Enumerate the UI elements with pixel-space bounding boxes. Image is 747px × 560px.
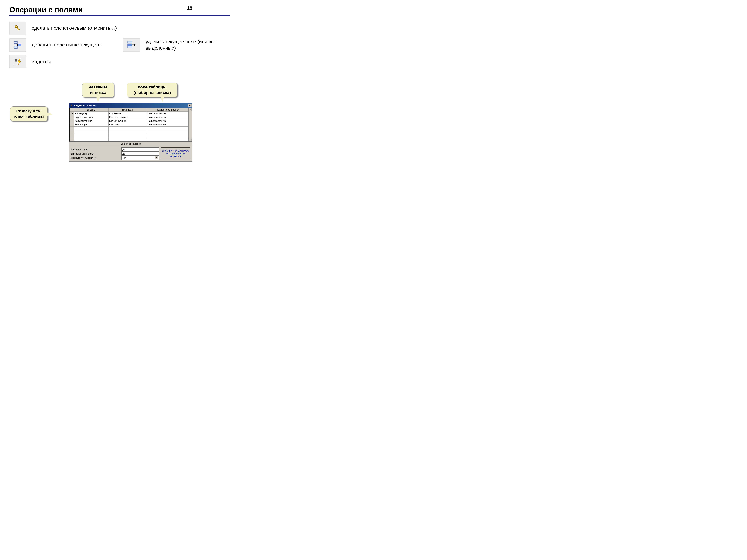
svg-marker-12 — [134, 44, 136, 46]
delete-row-icon[interactable] — [123, 38, 140, 52]
slide: 18 Операции с полями сделать поле ключев… — [0, 0, 239, 179]
cell-field[interactable]: КодЗаказа — [108, 112, 147, 115]
row-selector[interactable] — [70, 119, 74, 123]
property-value[interactable]: Да — [121, 152, 159, 156]
svg-rect-10 — [128, 46, 132, 48]
property-label: Ключевое поле — [71, 148, 120, 152]
op-delete-field: удалить текущее поле (или все выделенные… — [123, 38, 230, 52]
cell-order[interactable]: По возрастанию — [147, 115, 188, 119]
cell-field[interactable]: КодПоставщика — [108, 115, 147, 119]
table-row[interactable]: КодСотрудникаКодСотрудникаПо возрастанию — [70, 119, 188, 123]
op-make-key: сделать поле ключевым (отменить…) — [9, 22, 230, 35]
cell-index[interactable] — [74, 127, 108, 130]
op-indexes-label: индексы — [32, 59, 51, 65]
cell-index[interactable] — [74, 134, 108, 138]
op-add-field-label: добавить поле выше текущего — [32, 42, 101, 48]
col-field[interactable]: Имя поля — [108, 108, 147, 112]
cell-field[interactable] — [108, 134, 147, 138]
row-selector[interactable] — [70, 127, 74, 130]
cell-order[interactable] — [147, 134, 188, 138]
table-row[interactable]: КодПоставщикаКодПоставщикаПо возрастанию — [70, 115, 188, 119]
title-divider — [9, 16, 230, 16]
index-grid[interactable]: Индекс Имя поля Порядок сортировки Prima… — [70, 108, 192, 142]
svg-point-1 — [16, 26, 17, 27]
callout-index-name: название индекса — [82, 82, 114, 97]
row-selector[interactable] — [70, 130, 74, 134]
callout-primary-key: Primary Key: ключ таблицы — [10, 106, 48, 121]
svg-text:+: + — [17, 43, 19, 47]
cell-index[interactable]: КодПоставщика — [74, 115, 108, 119]
row-selector[interactable] — [70, 115, 74, 119]
properties-area: Ключевое полеУникальный индексПропуск пу… — [70, 146, 192, 161]
svg-marker-19 — [71, 104, 72, 106]
window-titlebar[interactable]: Индексы: Заказы ✕ — [70, 103, 192, 108]
cell-field[interactable] — [108, 130, 147, 134]
row-selector[interactable] — [70, 138, 74, 141]
cell-field[interactable] — [108, 127, 147, 130]
cell-index[interactable]: КодСотрудника — [74, 119, 108, 123]
cell-field[interactable] — [108, 138, 147, 141]
cell-index[interactable]: КодТовара — [74, 123, 108, 127]
cell-order[interactable]: По возрастанию — [147, 112, 188, 115]
page-number: 18 — [187, 5, 192, 11]
grid-header-row: Индекс Имя поля Порядок сортировки — [70, 108, 188, 112]
table-row[interactable] — [70, 127, 188, 130]
callout-table-field: поле таблицы (выбор из списка) — [127, 82, 177, 97]
cell-order[interactable] — [147, 138, 188, 141]
close-button[interactable]: ✕ — [188, 104, 191, 107]
col-index[interactable]: Индекс — [74, 108, 108, 112]
property-label: Уникальный индекс — [71, 152, 120, 156]
svg-line-22 — [73, 113, 73, 114]
cell-field[interactable]: КодСотрудника — [108, 119, 147, 123]
row-selector[interactable] — [70, 112, 74, 115]
svg-rect-9 — [128, 44, 132, 46]
table-row[interactable] — [70, 134, 188, 138]
op-delete-field-label: удалить текущее поле (или все выделенные… — [146, 38, 230, 51]
indexes-icon[interactable] — [9, 55, 26, 68]
window-title: Индексы: Заказы — [74, 104, 188, 107]
table-row[interactable]: КодТовараКодТовараПо возрастанию — [70, 123, 188, 127]
lightning-icon — [70, 104, 73, 107]
properties-header: Свойства индекса — [70, 142, 192, 146]
key-icon[interactable] — [9, 22, 26, 35]
property-value[interactable]: Да — [121, 148, 159, 152]
scroll-down-icon[interactable]: ▾ — [189, 138, 191, 141]
page-title: Операции с полями — [9, 6, 230, 14]
indexes-window: Индексы: Заказы ✕ Индекс Имя поля Порядо… — [69, 103, 192, 162]
col-order[interactable]: Порядок сортировки — [147, 108, 188, 112]
op-make-key-label: сделать поле ключевым (отменить…) — [32, 25, 117, 31]
cell-order[interactable] — [147, 130, 188, 134]
svg-rect-8 — [128, 42, 132, 44]
row-selector[interactable] — [70, 123, 74, 127]
cell-order[interactable]: По возрастанию — [147, 119, 188, 123]
table-row[interactable] — [70, 138, 188, 141]
vertical-scrollbar[interactable]: ▴ ▾ — [188, 108, 192, 141]
row-selector[interactable] — [70, 134, 74, 138]
cell-field[interactable]: КодТовара — [108, 123, 147, 127]
op-add-field: + добавить поле выше текущего — [9, 38, 116, 52]
help-text: Значение "Да" указывает, что данный инде… — [161, 148, 190, 160]
cell-index[interactable] — [74, 138, 108, 141]
scroll-up-icon[interactable]: ▴ — [189, 108, 191, 111]
cell-order[interactable] — [147, 127, 188, 130]
cell-order[interactable]: По возрастанию — [147, 123, 188, 127]
property-value[interactable]: Нет — [121, 156, 159, 160]
op-indexes: индексы — [9, 55, 230, 68]
cell-index[interactable]: PrimaryKey — [74, 112, 108, 115]
table-row[interactable] — [70, 130, 188, 134]
insert-row-icon[interactable]: + — [9, 38, 26, 52]
property-label: Пропуск пустых полей — [71, 156, 120, 160]
table-row[interactable]: PrimaryKeyКодЗаказаПо возрастанию — [70, 112, 188, 115]
cell-index[interactable] — [74, 130, 108, 134]
svg-marker-18 — [18, 59, 21, 65]
